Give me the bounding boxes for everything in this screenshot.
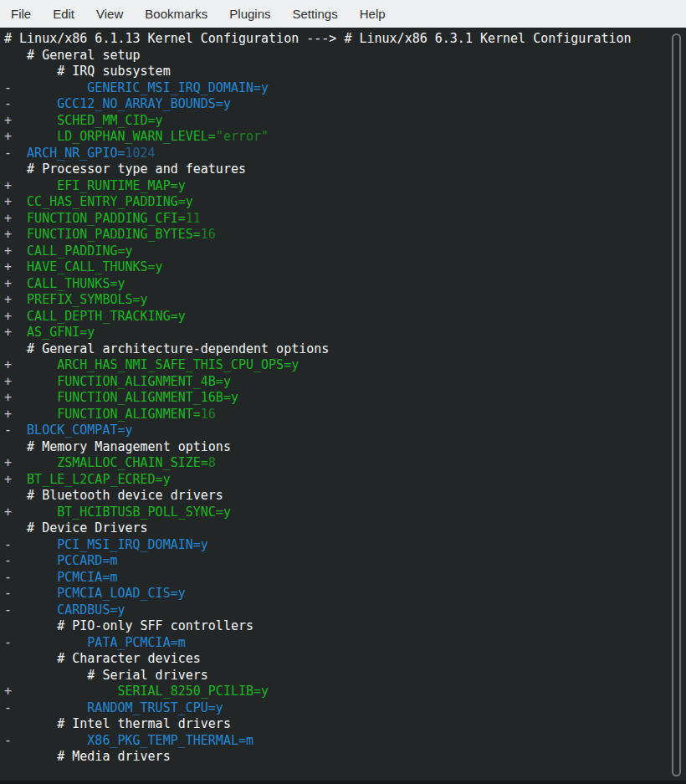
diff-marker: + [4,455,12,470]
diff-marker: + [4,407,12,422]
terminal-line: # Processor type and features [4,161,686,178]
diff-text: # General architecture-dependent options [27,341,329,356]
diff-text: # Media drivers [57,749,170,764]
diff-marker: - [4,570,12,585]
menu-bookmarks[interactable]: Bookmarks [134,1,218,27]
diff-text: ARCH_NR_GPIO= [27,146,125,161]
diff-marker: + [4,374,12,389]
terminal-line: + EFI_RUNTIME_MAP=y [4,178,686,195]
terminal-line: # Device Drivers [4,520,686,537]
diff-text: BLOCK_COMPAT=y [27,423,132,438]
diff-marker: + [4,292,12,307]
terminal-line: - CARDBUS=y [4,602,686,619]
menu-file[interactable]: File [0,1,42,27]
diff-marker: + [4,276,12,291]
diff-text: # General setup [27,48,140,63]
diff-marker: + [4,357,12,372]
terminal-line: + FUNCTION_PADDING_CFI=11 [4,211,686,228]
terminal-line: # Memory Management options [4,439,686,456]
menu-help[interactable]: Help [349,1,397,27]
diff-text: PCMCIA=m [57,570,117,585]
diff-text: ZSMALLOC_CHAIN_SIZE= [57,455,208,470]
diff-text: # Serial drivers [87,668,208,683]
terminal-line: + ZSMALLOC_CHAIN_SIZE=8 [4,455,686,472]
diff-text: FUNCTION_ALIGNMENT= [57,407,201,422]
diff-marker: - [4,733,12,748]
terminal-line: + FUNCTION_PADDING_BYTES=16 [4,227,686,243]
diff-text: 8 [208,455,216,470]
diff-text: CALL_PADDING=y [27,243,132,259]
terminal-line: # Intel thermal drivers [4,716,686,733]
terminal-line: - ARCH_NR_GPIO=1024 [4,146,686,162]
terminal-line: - PCI_MSI_IRQ_DOMAIN=y [4,537,686,554]
terminal-viewport[interactable]: # Linux/x86 6.1.13 Kernel Configuration … [0,28,686,781]
diff-text: # Intel thermal drivers [57,716,231,731]
diff-marker: - [4,635,12,650]
menu-edit[interactable]: Edit [42,1,85,27]
diff-marker: - [4,146,12,161]
diff-text: FUNCTION_ALIGNMENT_4B=y [57,374,231,389]
terminal-line: # General setup [4,48,686,64]
terminal-line: # Linux/x86 6.1.13 Kernel Configuration … [4,31,686,48]
diff-marker: + [4,505,12,520]
terminal-line: - PCCARD=m [4,553,686,570]
terminal-line: + CALL_PADDING=y [4,243,686,260]
diff-text: FUNCTION_ALIGNMENT_16B=y [57,390,238,405]
terminal-line: - BLOCK_COMPAT=y [4,423,686,439]
window-bottom-edge [0,781,686,784]
diff-text: ARCH_HAS_NMI_SAFE_THIS_CPU_OPS=y [57,357,299,372]
terminal-line: # Serial drivers [4,668,686,684]
diff-text: GCC12_NO_ARRAY_BOUNDS=y [57,96,231,111]
pager-status-row: lines 1-45 [0,766,686,781]
diff-text: # Character devices [57,651,201,666]
terminal-line: + FUNCTION_ALIGNMENT=16 [4,407,686,423]
diff-text: CALL_DEPTH_TRACKING=y [27,309,186,324]
diff-marker: - [4,586,12,601]
diff-text: FUNCTION_PADDING_BYTES= [27,227,201,242]
diff-text: PCI_MSI_IRQ_DOMAIN=y [57,537,208,552]
diff-marker: + [4,129,12,144]
diff-text: 11 [186,211,201,226]
diff-text: SERIAL_8250_PCILIB=y [117,684,269,699]
scrollbar[interactable] [672,33,681,776]
diff-text: RANDOM_TRUST_CPU=y [87,700,223,715]
diff-text: AS_GFNI=y [27,325,95,340]
terminal-line: + AS_GFNI=y [4,325,686,341]
diff-marker: + [4,309,12,324]
terminal-line: + BT_HCIBTUSB_POLL_SYNC=y [4,505,686,521]
terminal-line: - PCMCIA_LOAD_CIS=y [4,586,686,602]
diff-marker: + [4,194,12,209]
terminal-line: # Media drivers [4,749,686,766]
diff-text: FUNCTION_PADDING_CFI= [27,211,186,226]
menu-view[interactable]: View [85,1,134,27]
scrollbar-thumb[interactable] [672,33,681,776]
terminal-line: - GENERIC_MSI_IRQ_DOMAIN=y [4,80,686,97]
menu-bar: File Edit View Bookmarks Plugins Setting… [0,0,686,28]
diff-text: CC_HAS_ENTRY_PADDING=y [27,194,193,209]
diff-text: HAVE_CALL_THUNKS=y [27,259,163,274]
diff-marker: + [4,243,12,259]
terminal-line: - GCC12_NO_ARRAY_BOUNDS=y [4,96,686,113]
menu-plugins[interactable]: Plugins [218,1,281,27]
diff-marker: + [4,684,12,699]
diff-text: # Bluetooth device drivers [27,488,223,503]
diff-marker: - [4,80,12,95]
diff-marker: - [4,537,12,552]
terminal-line: # PIO-only SFF controllers [4,618,686,635]
diff-marker: - [4,553,12,568]
diff-marker: - [4,423,12,438]
terminal-line: + LD_ORPHAN_WARN_LEVEL="error" [4,129,686,146]
diff-marker: + [4,472,12,487]
terminal-line: + CALL_DEPTH_TRACKING=y [4,309,686,325]
terminal-line: - PCMCIA=m [4,570,686,587]
diff-text: CARDBUS=y [57,602,125,617]
diff-text: BT_HCIBTUSB_POLL_SYNC=y [57,505,231,520]
menu-settings[interactable]: Settings [282,1,349,27]
terminal-line: # Character devices [4,651,686,668]
diff-text: GENERIC_MSI_IRQ_DOMAIN=y [87,80,269,95]
terminal-line: + ARCH_HAS_NMI_SAFE_THIS_CPU_OPS=y [4,357,686,374]
diff-text: BT_LE_L2CAP_ECRED=y [27,472,171,487]
diff-text: PCMCIA_LOAD_CIS=y [57,586,186,601]
diff-text: EFI_RUNTIME_MAP=y [57,178,186,193]
diff-marker: + [4,325,12,340]
